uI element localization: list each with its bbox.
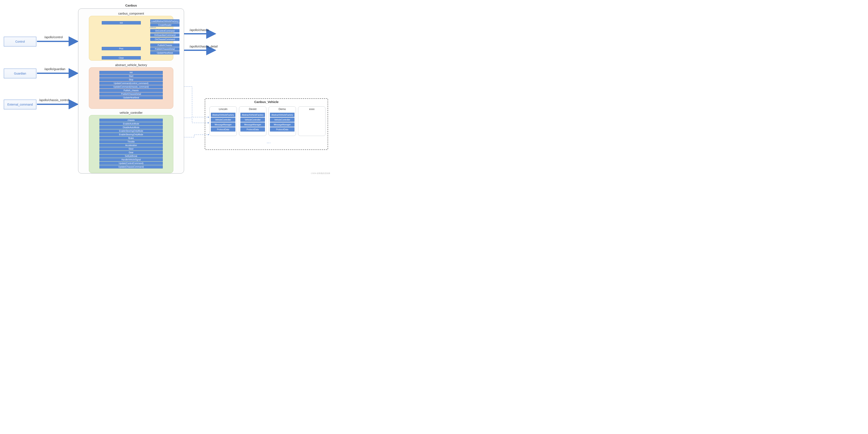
cv-item: VehicleController [270,118,294,122]
avf-row: Stop [99,78,163,81]
bar-pubchassisdetail: PublishChassisDetail [150,47,179,51]
topic-chassis: /apollo/chassis [190,28,209,32]
avf-row: UpdateHeartbeat [99,96,163,99]
topic-chassis-detail: /apollo/chassis_detail [190,45,218,48]
avf-row: UpdateCommand(chassis_command) [99,85,163,88]
cv-item: ProtocolData [241,127,265,131]
label-callback: callback [150,27,156,29]
cv-item: MessageManager [211,122,236,127]
bar-pubchassis: PublishChassis [150,43,179,47]
vc-row: Brake [99,136,163,140]
topic-guardian: /apollo/guardian [44,67,65,71]
bar-onguardian: OnGuardianCommand [150,33,179,37]
vc-row: Steer [99,147,163,151]
vc-row: DisableAutoMode [99,126,163,129]
cv-card-devkit: DevkitAbstractVehicleFactoryVehicleContr… [239,106,267,136]
bar-init: Init [102,21,141,25]
vc-row: Gear [99,151,163,154]
cv-card-demo: DemoAbstractVehicleFactoryVehicleControl… [269,106,296,136]
bar-createreader: CreateReader [150,23,179,27]
cv-item: VehicleController [211,118,236,122]
cv-card-title: Devkit [239,107,266,111]
bar-clear: Clear [102,56,141,60]
ellipsis-icon: ⋮ [267,141,271,145]
avf-row: PublishChassisDetail [99,92,163,96]
cv-card-title: Lincoln [210,107,237,111]
vc-row: SetEpbBreak [99,155,163,158]
vc-row: Acceleration [99,144,163,147]
cv-item: MessageManager [270,122,294,127]
avf-row: Init [99,71,163,74]
vc-row: Update(ChassisCommand) [99,165,163,168]
vc-row: EnableSteeringOnlyMode [99,133,163,136]
canbus-vehicle-title: Canbus_Vehicle [205,100,328,104]
vc-row: EnableAutoMode [99,122,163,125]
topic-chassis-control: /apollo/chassis_control [39,98,69,102]
bar-updheartbeat: UpdateHeartbeat [150,51,179,55]
avf-row: Start [99,74,163,78]
avf-row: Publish_chassis [99,89,163,92]
avf-row: UpdateCommand(control_command) [99,82,163,85]
vc-row: chassis [99,119,163,122]
cv-item: AbstractVehicleFactory [270,113,294,117]
cv-card-title: xxxx [298,107,325,111]
cv-item: VehicleController [241,118,265,122]
diagram-stage: Control /apollo/control Guardian /apollo… [2,2,332,175]
vc-row: HandleVehicleSignal [99,158,163,161]
panel-avf: abstract_vehicle_factory InitStartStopUp… [89,67,173,109]
canbus-title: Canbus [78,4,184,7]
cv-item: MessageManager [241,122,265,127]
vc-row: Update(ControlCommand) [99,162,163,165]
watermark: CSDN @奔跑的花短裤 [311,172,330,175]
input-guardian: Guardian [4,69,36,78]
cv-card-xxxx: xxxx [298,106,326,136]
vc-row: Throttle [99,140,163,143]
cv-card-title: Demo [269,107,296,111]
cv-item: AbstractVehicleFactory [241,113,265,117]
canbus-vehicle-container: Canbus_Vehicle LincolnAbstractVehicleFac… [205,98,328,150]
canbus-container: Canbus canbus_component Init Proc Clear … [78,8,184,174]
cv-item: ProtocolData [211,127,236,131]
panel-canbus-component: canbus_component Init Proc Clear Load(Ab… [89,16,173,61]
panel-vc: vehicle_controller chassisEnableAutoMode… [89,115,173,173]
bar-oncontrol: OnControlCommand [150,29,179,32]
panel-title-avf: abstract_vehicle_factory [89,63,173,67]
cv-item: ProtocolData [270,127,294,131]
bar-load-avf: Load(AbstractVehicleFactory) [150,20,179,23]
input-external-command: External_command [4,100,36,110]
bar-onchassis: OnChassisCommand [150,38,179,41]
panel-title-cc: canbus_component [89,12,173,15]
bar-proc: Proc [102,47,141,50]
cv-card-lincoln: LincolnAbstractVehicleFactoryVehicleCont… [209,106,237,136]
cv-item: AbstractVehicleFactory [211,113,236,117]
vc-row: EnableSteeringOnlyMode [99,129,163,132]
panel-title-vc: vehicle_controller [89,111,173,115]
input-control: Control [4,37,36,46]
topic-control: /apollo/control [44,35,63,39]
